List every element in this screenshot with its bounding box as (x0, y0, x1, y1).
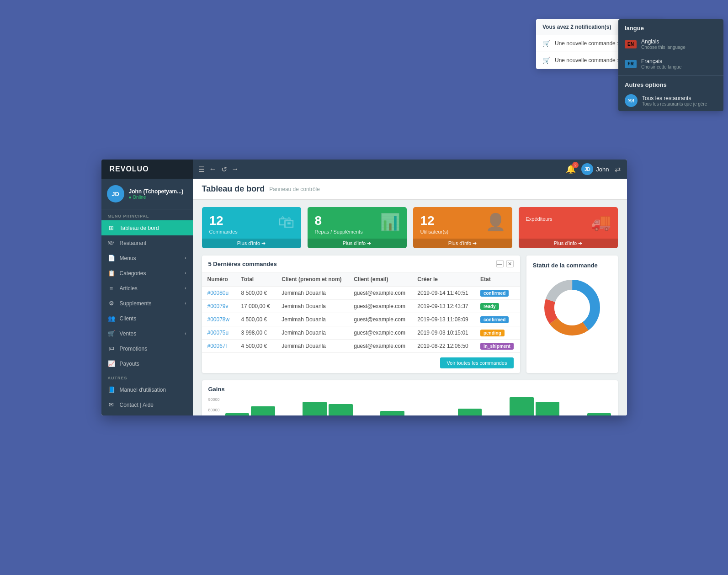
stat-link-repas[interactable]: Plus d'info ➔ (308, 239, 407, 248)
app-logo: REVOLUO (101, 160, 193, 179)
stat-card-users: 12 Utilisateur(s) 👤 Plus d'info ➔ (413, 207, 512, 248)
user-status: ● Online (129, 195, 184, 200)
sidebar-item-label: Manuel d'utilisation (120, 387, 166, 393)
sidebar-item-label: Restaurant (120, 240, 147, 246)
promotions-icon: 🏷 (108, 345, 115, 352)
donut-panel: Statut de la commande (526, 256, 618, 373)
order-date: 2019-09-13 12:43:37 (412, 300, 475, 313)
order-email: guest@example.com (348, 313, 412, 326)
order-date: 2019-09-13 11:08:09 (412, 313, 475, 326)
bar (587, 413, 611, 415)
order-num[interactable]: #00080u (202, 287, 236, 300)
stat-link-users[interactable]: Plus d'info ➔ (413, 239, 512, 248)
sidebar-item-supplements[interactable]: ⚙ Supplements ‹ (101, 296, 193, 311)
stat-icon-commandes: 🛍 (278, 213, 295, 232)
sidebar-item-contact[interactable]: ✉ Contact | Aide (101, 397, 193, 412)
sidebar-item-dashboard[interactable]: ⊞ Tableau de bord (101, 220, 193, 235)
order-total: 8 500,00 € (235, 287, 276, 300)
bar (225, 413, 250, 415)
refresh-icon[interactable]: ↺ (221, 165, 227, 174)
sidebar-item-label: Promotions (120, 346, 148, 352)
clients-icon: 👥 (108, 315, 115, 322)
user-button[interactable]: JD John (581, 163, 609, 175)
sidebar-item-label: Supplements (120, 300, 152, 307)
sidebar-item-articles[interactable]: ≡ Articles ‹ (101, 281, 193, 296)
sidebar-item-payouts[interactable]: 📈 Payouts (101, 356, 193, 371)
chevron-icon: ‹ (185, 331, 186, 336)
stat-icon-repas: 📊 (380, 213, 400, 232)
menu-icon[interactable]: ☰ (198, 165, 205, 174)
col-total: Total (235, 272, 276, 287)
order-status: confirmed (475, 313, 520, 326)
sidebar-item-menus[interactable]: 📄 Menus ‹ (101, 250, 193, 266)
order-status: ready (475, 300, 520, 313)
sidebar-footer: 🏴 (101, 412, 193, 415)
view-all-orders-button[interactable]: Voir toutes les commandes (440, 357, 513, 368)
categories-icon: 📋 (108, 270, 115, 277)
app-window: REVOLUO ☰ ← ↺ → 🔔 2 JD John ⇄ JD (101, 160, 627, 415)
supplements-icon: ⚙ (108, 300, 115, 307)
sidebar-item-manuel[interactable]: 📘 Manuel d'utilisation (101, 382, 193, 397)
sidebar-item-label: Categories (120, 270, 146, 277)
col-numero: Numéro (202, 272, 236, 287)
sidebar-item-label: Clients (120, 315, 137, 322)
order-email: guest@example.com (348, 326, 412, 340)
main-content: Tableau de bord Panneau de contrôle 12 C… (193, 179, 627, 415)
panel-controls: — ✕ (496, 260, 514, 267)
order-total: 4 500,00 € (235, 313, 276, 326)
order-num[interactable]: #00075u (202, 326, 236, 340)
bar (458, 409, 482, 415)
user-avatar: JD (107, 185, 124, 202)
close-button[interactable]: ✕ (506, 260, 514, 267)
donut-chart (533, 273, 611, 342)
chevron-icon: ‹ (185, 301, 186, 306)
table-row: #00080u 8 500,00 € Jemimah Douanla guest… (202, 287, 520, 300)
sidebar-item-clients[interactable]: 👥 Clients (101, 311, 193, 326)
stat-card-repas: 8 Repas / Suppléments 📊 Plus d'info ➔ (308, 207, 407, 248)
gains-panel-inner: Gains 90000 80000 70000 60000 (202, 380, 618, 415)
content-header: Tableau de bord Panneau de contrôle (193, 179, 627, 200)
sidebar-item-promotions[interactable]: 🏷 Promotions (101, 341, 193, 356)
orders-donut-row: 5 Dernières commandes — ✕ Numéro Total C… (202, 256, 618, 373)
order-date: 2019-09-03 10:15:01 (412, 326, 475, 340)
panel-header: 5 Dernières commandes — ✕ (202, 256, 520, 272)
order-num[interactable]: #00067l (202, 340, 236, 353)
notification-button[interactable]: 🔔 2 (566, 164, 576, 174)
bar (303, 402, 327, 415)
chevron-icon: ‹ (185, 286, 186, 291)
order-status: in_shipment (475, 340, 520, 353)
col-client-name: Client (prenom et nom) (276, 272, 348, 287)
notification-badge: 2 (572, 162, 579, 168)
user-name-topbar: John (596, 166, 609, 173)
minimize-button[interactable]: — (496, 260, 504, 267)
topbar-nav: ☰ ← ↺ → (193, 165, 566, 174)
order-total: 3 998,00 € (235, 326, 276, 340)
sidebar: JD John (Tchopetyam...) ● Online MENU PR… (101, 179, 193, 415)
stat-link-expediteurs[interactable]: Plus d'info ➔ (519, 239, 618, 248)
forward-icon[interactable]: → (232, 165, 239, 173)
order-client: Jemimah Douanla (276, 313, 348, 326)
sidebar-item-ventes[interactable]: 🛒 Ventes ‹ (101, 326, 193, 341)
table-row: #00078w 4 500,00 € Jemimah Douanla guest… (202, 313, 520, 326)
order-status: confirmed (475, 287, 520, 300)
bar (251, 406, 275, 415)
main-layout: JD John (Tchopetyam...) ● Online MENU PR… (101, 179, 627, 415)
back-icon[interactable]: ← (209, 165, 217, 173)
page-subtitle: Panneau de contrôle (269, 186, 320, 192)
col-client-email: Client (email) (348, 272, 412, 287)
order-num[interactable]: #00079v (202, 300, 236, 313)
order-client: Jemimah Douanla (276, 340, 348, 353)
topbar: REVOLUO ☰ ← ↺ → 🔔 2 JD John ⇄ (101, 160, 627, 179)
sidebar-item-categories[interactable]: 📋 Categories ‹ (101, 266, 193, 281)
order-num[interactable]: #00078w (202, 313, 236, 326)
order-email: guest@example.com (348, 340, 412, 353)
gains-title: Gains (208, 386, 611, 393)
share-icon[interactable]: ⇄ (615, 165, 621, 174)
donut-panel-title: Statut de la commande (533, 262, 611, 269)
stat-link-commandes[interactable]: Plus d'info ➔ (202, 239, 301, 248)
bar-y-labels: 90000 80000 70000 60000 (208, 397, 220, 415)
order-client: Jemimah Douanla (276, 300, 348, 313)
stat-card-expediteurs: Expéditeurs 🚚 Plus d'info ➔ (519, 207, 618, 248)
stat-icon-expediteurs: 🚚 (591, 213, 611, 232)
sidebar-item-restaurant[interactable]: 🍽 Restaurant (101, 235, 193, 250)
